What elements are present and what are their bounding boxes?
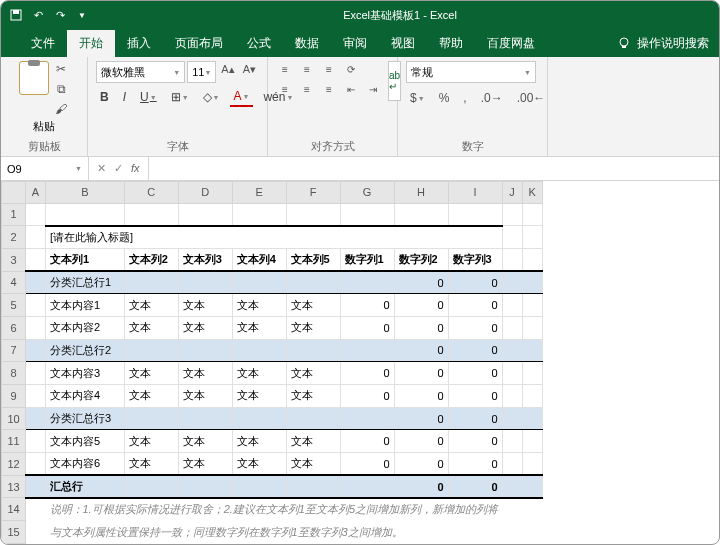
col-header[interactable]: E [232,182,286,204]
cell[interactable]: 0 [394,430,448,453]
cell[interactable]: 文本 [286,362,340,385]
redo-icon[interactable]: ↷ [53,8,67,22]
cell[interactable]: 文本 [232,453,286,476]
cell[interactable]: 文本 [178,430,232,453]
cell[interactable]: 0 [448,316,502,339]
cell[interactable]: 0 [394,453,448,476]
fill-color-button[interactable]: ◇▼ [199,88,224,106]
paste-icon[interactable] [19,61,49,95]
tab-pagelayout[interactable]: 页面布局 [163,30,235,57]
cell[interactable]: 0 [448,453,502,476]
cell[interactable]: 文本 [124,453,178,476]
cell[interactable] [178,203,232,226]
tab-home[interactable]: 开始 [67,30,115,57]
cell[interactable]: 0 [394,339,448,362]
cell[interactable] [340,475,394,498]
cell[interactable] [26,203,46,226]
cell[interactable]: 0 [394,316,448,339]
row-header[interactable]: 1 [2,203,26,226]
cell[interactable]: 文本 [232,362,286,385]
cell[interactable]: 文本内容5 [46,430,125,453]
cell[interactable]: 汇总行 [46,475,125,498]
cell[interactable]: 文本 [124,316,178,339]
cell[interactable] [286,475,340,498]
cell[interactable]: 0 [394,407,448,430]
col-header[interactable]: H [394,182,448,204]
cell[interactable]: 文本 [286,453,340,476]
cell[interactable] [124,475,178,498]
cell[interactable] [340,203,394,226]
paste-label[interactable]: 粘贴 [33,119,55,134]
percent-format-button[interactable]: % [435,89,454,107]
increase-decimal-button[interactable]: .0→ [477,89,507,107]
table-header[interactable]: 数字列2 [394,248,448,271]
cancel-icon[interactable]: ✕ [97,162,106,175]
indent-increase-icon[interactable]: ⇥ [364,81,382,97]
border-button[interactable]: ⊞▼ [167,88,193,106]
cell[interactable]: 文本 [178,385,232,408]
tab-view[interactable]: 视图 [379,30,427,57]
table-header[interactable]: 数字列1 [340,248,394,271]
cell[interactable] [124,271,178,294]
cell[interactable] [178,271,232,294]
undo-icon[interactable]: ↶ [31,8,45,22]
cell[interactable] [124,339,178,362]
tell-me[interactable]: 操作说明搜索 [607,29,719,57]
cell[interactable]: 文本 [286,316,340,339]
cell[interactable]: 0 [448,294,502,317]
italic-button[interactable]: I [119,88,130,106]
cell[interactable] [522,203,542,226]
save-icon[interactable] [9,8,23,22]
cell[interactable]: 0 [394,385,448,408]
cell[interactable]: 0 [448,385,502,408]
worksheet-grid[interactable]: ABCDEFGHIJK12[请在此输入标题]3文本列1文本列2文本列3文本列4文… [1,181,719,544]
table-header[interactable]: 文本列1 [46,248,125,271]
col-header[interactable]: I [448,182,502,204]
underline-button[interactable]: U▼ [136,88,161,106]
cell[interactable]: 文本内容6 [46,453,125,476]
cell[interactable]: 文本 [178,316,232,339]
col-header[interactable]: C [124,182,178,204]
cell[interactable]: 0 [340,316,394,339]
table-title[interactable]: [请在此输入标题] [46,226,503,249]
cell[interactable]: 文本 [124,294,178,317]
cell[interactable]: 文本 [286,385,340,408]
cell[interactable]: 0 [340,294,394,317]
cell[interactable]: 文本 [232,294,286,317]
cell[interactable]: 0 [448,475,502,498]
table-header[interactable]: 文本列3 [178,248,232,271]
cell[interactable]: 文本内容4 [46,385,125,408]
cell[interactable] [232,271,286,294]
cell[interactable]: 0 [394,362,448,385]
cell[interactable]: 0 [340,453,394,476]
decrease-font-icon[interactable]: A▾ [240,61,259,83]
note[interactable]: 说明：1.可根据实际情况进行取舍；2.建议在文本列1至文本列5之间增加新列，新增… [46,498,503,521]
select-all-corner[interactable] [2,182,26,204]
cell[interactable]: 文本 [232,385,286,408]
cell[interactable]: 0 [394,475,448,498]
comma-format-button[interactable]: , [459,89,470,107]
cell[interactable]: 文本 [286,294,340,317]
cell[interactable] [502,203,522,226]
table-header[interactable]: 文本列5 [286,248,340,271]
align-left-icon[interactable]: ≡ [276,81,294,97]
cell[interactable]: 0 [448,339,502,362]
col-header[interactable]: F [286,182,340,204]
cell[interactable]: 分类汇总行2 [46,339,125,362]
cell[interactable]: 0 [448,362,502,385]
cell[interactable] [232,407,286,430]
table-header[interactable]: 文本列2 [124,248,178,271]
cell[interactable] [232,203,286,226]
align-center-icon[interactable]: ≡ [298,81,316,97]
cell[interactable]: 文本 [232,430,286,453]
cell[interactable]: 0 [448,271,502,294]
tab-review[interactable]: 审阅 [331,30,379,57]
font-size-select[interactable]: 11▼ [187,61,216,83]
tab-help[interactable]: 帮助 [427,30,475,57]
tab-insert[interactable]: 插入 [115,30,163,57]
number-format-select[interactable]: 常规▼ [406,61,536,83]
name-box[interactable]: O9▼ [1,157,89,180]
table-header[interactable]: 文本列4 [232,248,286,271]
tab-data[interactable]: 数据 [283,30,331,57]
copy-icon[interactable]: ⧉ [53,81,69,97]
